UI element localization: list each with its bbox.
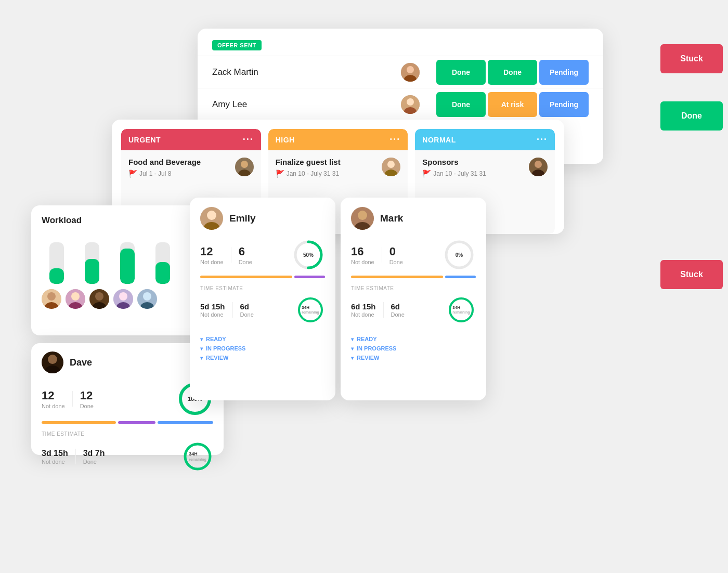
offer-row-amy: Amy Lee Done At risk Pending [198, 88, 603, 120]
dave-time-label: TIME ESTIMATE [42, 431, 213, 437]
avatar-mark [351, 207, 374, 230]
w-avatar-1 [42, 289, 61, 309]
edge-stuck-2[interactable]: Stuck [660, 260, 723, 289]
w-avatar-5 [137, 289, 157, 309]
svg-point-16 [47, 292, 56, 301]
kanban-task-high: Finalize guest list 🚩 Jan 10 - July 31 3… [276, 158, 341, 178]
dave-remaining-circle: 34Hremaining [182, 441, 213, 472]
workload-title: Workload [42, 215, 82, 226]
dave-pbar-purple [118, 421, 155, 424]
chevron-review: ▾ [200, 355, 203, 361]
kanban-avatar-high [382, 158, 400, 176]
task-name-high: Finalize guest list [276, 158, 341, 166]
emily-not-done: 12 Not done [200, 245, 224, 265]
mark-pbars [351, 276, 476, 278]
status-done-1[interactable]: Done [436, 60, 486, 85]
offer-row-zack: Zack Martin Done Done Pending [198, 56, 603, 88]
avatar-amy [401, 95, 420, 114]
svg-point-25 [119, 292, 127, 301]
kanban-avatar-normal [529, 158, 548, 176]
chevron-ready: ▾ [200, 336, 203, 342]
mark-divider [382, 247, 382, 263]
emily-review[interactable]: ▾ REVIEW [200, 355, 325, 361]
emily-remaining: 34Hremaining [296, 295, 325, 324]
emily-stats: 12 Not done 6 Done 50% [200, 238, 325, 271]
status-pending-1[interactable]: Pending [539, 60, 589, 85]
offer-name-zack: Zack Martin [212, 67, 401, 77]
avatar-dave [42, 351, 63, 373]
stat-divider-2 [75, 449, 76, 464]
emily-time-label: TIME ESTIMATE [200, 285, 325, 291]
emily-pbar-purple [294, 276, 325, 278]
emily-divider [231, 247, 231, 263]
svg-point-4 [407, 98, 414, 106]
emily-time-stats: 5d 15h Not done 6d Done 34Hremaining [200, 295, 325, 324]
dots-menu-high[interactable]: ··· [389, 134, 400, 145]
kanban-label-normal: NORMAL [422, 136, 456, 144]
emily-card: Emily 12 Not done 6 Done 50% [190, 198, 335, 400]
mark-ready[interactable]: ▾ READY [351, 336, 476, 342]
emily-circle: 50% [292, 238, 325, 271]
offer-statuses-amy: Done At risk Pending [436, 92, 589, 117]
svg-point-37 [207, 211, 216, 220]
dots-menu-normal[interactable]: ··· [537, 134, 548, 145]
bar-track-3 [120, 242, 135, 284]
avatar-emily [200, 207, 223, 230]
kanban-header-normal: NORMAL ··· [415, 129, 555, 150]
edge-stuck-1[interactable]: Stuck [660, 44, 723, 73]
bar-fill-4 [155, 262, 170, 284]
bar-track-2 [85, 242, 99, 284]
mark-inner: Mark 16 Not done 0 Done 0% [341, 198, 486, 400]
svg-point-19 [71, 292, 80, 301]
dave-time-not-done: 3d 15h Not done [42, 449, 68, 465]
bar-fill-2 [85, 259, 99, 284]
status-done-2[interactable]: Done [488, 60, 537, 85]
mark-name: Mark [380, 213, 403, 224]
dave-remaining-label: 34Hremaining [189, 451, 206, 462]
mark-stats: 16 Not done 0 Done 0% [351, 238, 476, 271]
emily-name: Emily [229, 213, 256, 224]
avatar-zack [401, 63, 420, 82]
edge-done-1[interactable]: Done [660, 101, 723, 131]
dots-menu-urgent[interactable]: ··· [243, 134, 254, 145]
bar-track-1 [49, 242, 64, 284]
dave-time-stats: 3d 15h Not done 3d 7h Done 34Hremaining [42, 441, 213, 472]
dave-pbar-yellow [42, 421, 116, 424]
emily-done: 6 Done [239, 245, 252, 265]
svg-point-10 [387, 161, 395, 168]
emily-ready[interactable]: ▾ READY [200, 336, 325, 342]
mark-time-stats: 6d 15h Not done 6d Done 34Hremaining [351, 295, 476, 324]
mark-card: Mark 16 Not done 0 Done 0% [341, 198, 486, 400]
mark-done: 0 Done [389, 245, 403, 265]
bar-fill-3 [120, 249, 135, 284]
dave-stat-done: 12 Done [80, 389, 94, 409]
status-at-risk-amy[interactable]: At risk [488, 92, 537, 117]
task-name-normal: Sponsors [422, 158, 486, 166]
kanban-avatar-urgent [235, 158, 254, 176]
emily-in-progress[interactable]: ▾ IN PROGRESS [200, 345, 325, 351]
emily-pbar-yellow [200, 276, 292, 278]
mark-percent: 0% [456, 252, 463, 258]
mark-review[interactable]: ▾ REVIEW [351, 355, 476, 361]
svg-point-13 [535, 161, 542, 168]
dave-name: Dave [70, 357, 92, 368]
svg-point-31 [48, 355, 57, 364]
mark-header: Mark [351, 207, 476, 230]
mark-pbar-blue [445, 276, 476, 278]
status-pending-amy[interactable]: Pending [539, 92, 589, 117]
task-date-high: 🚩 Jan 10 - July 31 31 [276, 170, 341, 178]
status-done-amy[interactable]: Done [436, 92, 486, 117]
scene: OFFER SENT Zack Martin Done Done Pending… [0, 0, 728, 573]
w-avatar-4 [113, 289, 133, 309]
stat-divider [72, 391, 73, 407]
dave-header: Dave [42, 351, 213, 373]
emily-percent: 50% [303, 252, 314, 258]
bar-fill-1 [49, 268, 64, 284]
bar-group-3 [112, 242, 142, 284]
emily-sections: ▾ READY ▾ IN PROGRESS ▾ REVIEW [200, 336, 325, 364]
mark-in-progress[interactable]: ▾ IN PROGRESS [351, 345, 476, 351]
kanban-label-high: HIGH [276, 136, 295, 144]
offer-name-amy: Amy Lee [212, 99, 401, 110]
edge-buttons-area: Stuck Done Stuck [660, 29, 728, 377]
kanban-header-urgent: URGENT ··· [121, 129, 261, 150]
